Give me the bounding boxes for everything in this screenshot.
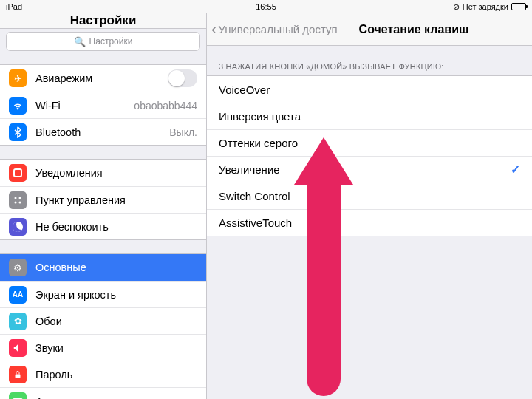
sidebar-item-passcode[interactable]: Пароль (0, 361, 206, 387)
chevron-left-icon: ‹ (211, 21, 216, 38)
sidebar-item-control-center[interactable]: Пункт управления (0, 186, 206, 213)
svg-point-3 (15, 201, 17, 203)
sidebar-group-network: ✈ Авиарежим Wi-Fi obaobabb444 Bluetooth … (0, 64, 206, 146)
option-grayscale[interactable]: Оттенки серого (207, 129, 532, 156)
sidebar-item-battery[interactable]: Аккумулятор (0, 387, 206, 399)
svg-point-2 (19, 197, 21, 199)
page-title: Сочетание клавиш (359, 23, 469, 36)
svg-point-1 (15, 197, 17, 199)
sidebar-item-sounds[interactable]: Звуки (0, 334, 206, 361)
detail-pane: ‹ Универсальный доступ Сочетание клавиш … (207, 13, 532, 399)
sidebar-item-airplane[interactable]: ✈ Авиарежим (0, 65, 206, 92)
notifications-icon (9, 164, 27, 182)
option-assistivetouch[interactable]: AssistiveTouch (207, 209, 532, 236)
search-placeholder: Настройки (89, 36, 133, 47)
airplane-toggle[interactable] (168, 69, 197, 87)
passcode-icon (9, 366, 27, 383)
dnd-icon (9, 218, 27, 236)
bluetooth-icon (9, 123, 27, 141)
sidebar-item-bluetooth[interactable]: Bluetooth Выкл. (0, 118, 206, 145)
options-list: VoiceOver Инверсия цвета Оттенки серого … (207, 75, 532, 236)
detail-header: ‹ Универсальный доступ Сочетание клавиш (207, 13, 532, 46)
wifi-icon (9, 97, 27, 115)
option-invert-colors[interactable]: Инверсия цвета (207, 103, 532, 129)
gear-icon: ⚙ (9, 259, 27, 276)
sidebar-item-wallpaper[interactable]: ✿ Обои (0, 307, 206, 334)
section-header: 3 НАЖАТИЯ КНОПКИ «ДОМОЙ» ВЫЗЫВАЕТ ФУНКЦИ… (207, 46, 532, 75)
sidebar-group-notifications: Уведомления Пункт управления Не беспокои… (0, 159, 206, 240)
option-switch-control[interactable]: Switch Control (207, 183, 532, 209)
sidebar: Настройки 🔍 Настройки ✈ Авиарежим Wi-Fi … (0, 13, 207, 399)
back-label: Универсальный доступ (218, 23, 337, 35)
search-icon: 🔍 (74, 36, 86, 47)
svg-point-0 (17, 108, 18, 109)
svg-point-4 (19, 201, 21, 203)
option-zoom[interactable]: Увеличение✓ (207, 156, 532, 183)
sidebar-item-dnd[interactable]: Не беспокоить (0, 213, 206, 239)
status-bar: iPad 16:55 ⊘ Нет зарядки (0, 0, 532, 13)
svg-rect-5 (16, 374, 21, 378)
search-input[interactable]: 🔍 Настройки (6, 32, 200, 51)
battery-icon (511, 3, 526, 10)
option-voiceover[interactable]: VoiceOver (207, 76, 532, 103)
sidebar-group-general: ⚙ Основные AA Экран и яркость ✿ Обои Зву… (0, 253, 206, 399)
sidebar-item-notifications[interactable]: Уведомления (0, 160, 206, 186)
sidebar-title: Настройки (0, 13, 206, 29)
airplane-icon: ✈ (9, 69, 27, 87)
display-icon: AA (9, 286, 27, 304)
sounds-icon (9, 339, 27, 357)
control-center-icon (9, 191, 27, 209)
not-charging-icon: ⊘ (453, 2, 460, 12)
wallpaper-icon: ✿ (9, 313, 27, 330)
back-button[interactable]: ‹ Универсальный доступ (207, 21, 338, 38)
device-label: iPad (6, 2, 22, 11)
battery-menu-icon (9, 392, 27, 400)
sidebar-item-wifi[interactable]: Wi-Fi obaobabb444 (0, 92, 206, 118)
sidebar-item-general[interactable]: ⚙ Основные (0, 254, 206, 281)
sidebar-item-display[interactable]: AA Экран и яркость (0, 281, 206, 307)
charge-label: Нет зарядки (463, 2, 508, 11)
checkmark-icon: ✓ (511, 163, 520, 177)
